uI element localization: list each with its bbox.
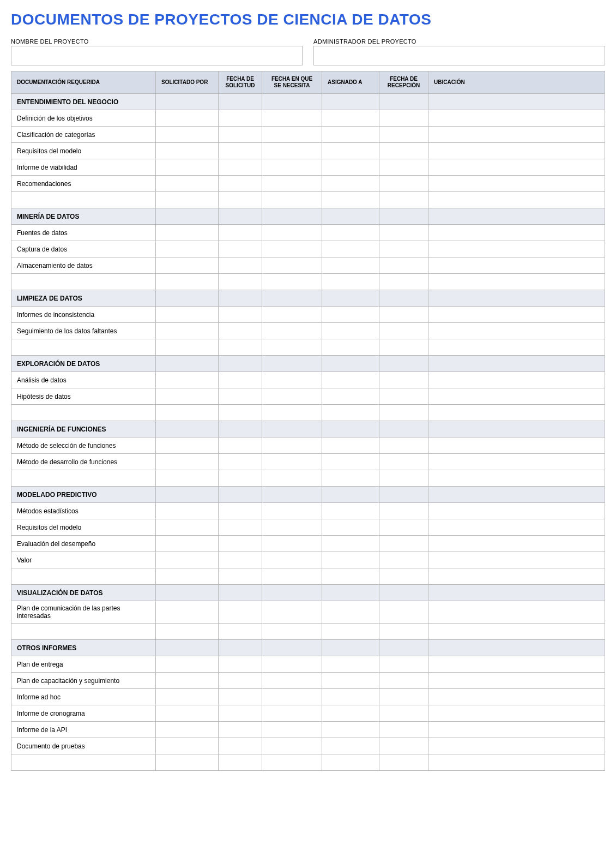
data-cell[interactable]	[379, 110, 428, 127]
doc-name-cell[interactable]: Método de desarrollo de funciones	[11, 454, 156, 470]
data-cell[interactable]	[379, 192, 428, 208]
data-cell[interactable]	[262, 673, 322, 689]
data-cell[interactable]	[428, 601, 605, 624]
doc-name-cell[interactable]: Hipótesis de datos	[11, 388, 156, 405]
data-cell[interactable]	[219, 673, 262, 689]
data-cell[interactable]	[428, 673, 605, 689]
doc-name-cell[interactable]: Plan de capacitación y seguimiento	[11, 673, 156, 689]
data-cell[interactable]	[379, 339, 428, 356]
data-cell[interactable]	[428, 127, 605, 143]
data-cell[interactable]	[219, 127, 262, 143]
doc-name-cell[interactable]	[11, 470, 156, 487]
data-cell[interactable]	[156, 307, 219, 323]
data-cell[interactable]	[379, 405, 428, 421]
data-cell[interactable]	[219, 503, 262, 519]
data-cell[interactable]	[379, 503, 428, 519]
doc-name-cell[interactable]: Método de selección de funciones	[11, 438, 156, 454]
data-cell[interactable]	[262, 552, 322, 568]
data-cell[interactable]	[219, 738, 262, 754]
doc-name-cell[interactable]: Informes de inconsistencia	[11, 307, 156, 323]
data-cell[interactable]	[156, 673, 219, 689]
data-cell[interactable]	[322, 503, 379, 519]
data-cell[interactable]	[322, 307, 379, 323]
data-cell[interactable]	[262, 503, 322, 519]
data-cell[interactable]	[156, 438, 219, 454]
doc-name-cell[interactable]: Plan de entrega	[11, 656, 156, 673]
data-cell[interactable]	[428, 405, 605, 421]
doc-name-cell[interactable]	[11, 754, 156, 771]
data-cell[interactable]	[156, 257, 219, 274]
data-cell[interactable]	[262, 519, 322, 536]
data-cell[interactable]	[322, 257, 379, 274]
data-cell[interactable]	[262, 307, 322, 323]
data-cell[interactable]	[428, 159, 605, 176]
data-cell[interactable]	[219, 568, 262, 585]
data-cell[interactable]	[322, 454, 379, 470]
data-cell[interactable]	[428, 705, 605, 722]
data-cell[interactable]	[322, 722, 379, 738]
data-cell[interactable]	[379, 673, 428, 689]
data-cell[interactable]	[219, 307, 262, 323]
data-cell[interactable]	[262, 323, 322, 339]
data-cell[interactable]	[156, 127, 219, 143]
data-cell[interactable]	[262, 405, 322, 421]
data-cell[interactable]	[322, 519, 379, 536]
data-cell[interactable]	[156, 601, 219, 624]
data-cell[interactable]	[428, 503, 605, 519]
data-cell[interactable]	[379, 754, 428, 771]
data-cell[interactable]	[262, 470, 322, 487]
data-cell[interactable]	[219, 274, 262, 290]
data-cell[interactable]	[156, 624, 219, 640]
data-cell[interactable]	[428, 738, 605, 754]
doc-name-cell[interactable]: Informe de cronograma	[11, 705, 156, 722]
doc-name-cell[interactable]: Informe de viabilidad	[11, 159, 156, 176]
doc-name-cell[interactable]: Seguimiento de los datos faltantes	[11, 323, 156, 339]
data-cell[interactable]	[322, 159, 379, 176]
data-cell[interactable]	[322, 470, 379, 487]
doc-name-cell[interactable]: Captura de datos	[11, 241, 156, 257]
data-cell[interactable]	[379, 372, 428, 388]
data-cell[interactable]	[262, 738, 322, 754]
data-cell[interactable]	[156, 110, 219, 127]
data-cell[interactable]	[156, 143, 219, 159]
data-cell[interactable]	[156, 705, 219, 722]
doc-name-cell[interactable]: Documento de pruebas	[11, 738, 156, 754]
data-cell[interactable]	[219, 689, 262, 705]
data-cell[interactable]	[379, 159, 428, 176]
data-cell[interactable]	[156, 225, 219, 241]
data-cell[interactable]	[156, 503, 219, 519]
doc-name-cell[interactable]	[11, 192, 156, 208]
data-cell[interactable]	[322, 754, 379, 771]
data-cell[interactable]	[322, 274, 379, 290]
data-cell[interactable]	[262, 241, 322, 257]
data-cell[interactable]	[379, 689, 428, 705]
doc-name-cell[interactable]: Métodos estadísticos	[11, 503, 156, 519]
data-cell[interactable]	[428, 307, 605, 323]
data-cell[interactable]	[428, 438, 605, 454]
data-cell[interactable]	[262, 339, 322, 356]
data-cell[interactable]	[379, 323, 428, 339]
data-cell[interactable]	[379, 738, 428, 754]
data-cell[interactable]	[262, 274, 322, 290]
data-cell[interactable]	[156, 405, 219, 421]
data-cell[interactable]	[156, 159, 219, 176]
data-cell[interactable]	[379, 127, 428, 143]
data-cell[interactable]	[379, 454, 428, 470]
data-cell[interactable]	[219, 624, 262, 640]
data-cell[interactable]	[322, 738, 379, 754]
data-cell[interactable]	[156, 738, 219, 754]
data-cell[interactable]	[428, 176, 605, 192]
data-cell[interactable]	[219, 192, 262, 208]
data-cell[interactable]	[322, 673, 379, 689]
data-cell[interactable]	[322, 110, 379, 127]
data-cell[interactable]	[379, 274, 428, 290]
data-cell[interactable]	[219, 519, 262, 536]
data-cell[interactable]	[262, 176, 322, 192]
data-cell[interactable]	[156, 274, 219, 290]
data-cell[interactable]	[219, 241, 262, 257]
data-cell[interactable]	[262, 624, 322, 640]
data-cell[interactable]	[322, 388, 379, 405]
data-cell[interactable]	[156, 722, 219, 738]
data-cell[interactable]	[322, 339, 379, 356]
data-cell[interactable]	[219, 754, 262, 771]
